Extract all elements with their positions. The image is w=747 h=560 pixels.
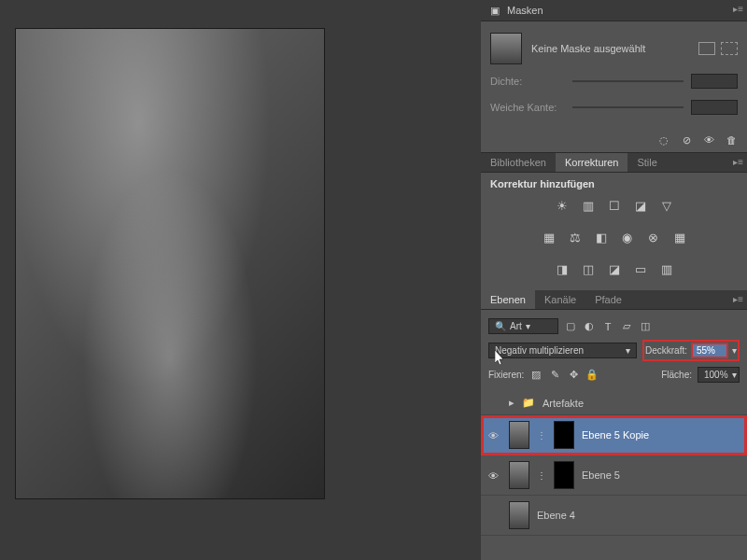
mask-panel-icon: ▣: [488, 4, 501, 17]
layer-thumbnail[interactable]: [509, 501, 529, 529]
disclosure-triangle-icon[interactable]: ▸: [509, 397, 514, 409]
cursor-icon: [495, 350, 506, 367]
lock-label: Fixieren:: [488, 370, 524, 380]
layer-ebene4[interactable]: Ebene 4: [481, 496, 747, 536]
lock-position-icon[interactable]: ✥: [567, 369, 580, 382]
search-icon: 🔍: [495, 321, 506, 331]
panel-menu-icon[interactable]: ▸≡: [733, 4, 743, 14]
chevron-down-icon: ▾: [526, 321, 530, 331]
vector-mask-icon[interactable]: [721, 42, 738, 55]
fill-input[interactable]: 100% ▾: [698, 367, 740, 383]
layer-name[interactable]: Ebene 5 Kopie: [582, 429, 649, 441]
filter-pixel-icon[interactable]: ▢: [564, 320, 577, 333]
levels-icon[interactable]: ▥: [579, 197, 598, 214]
lock-all-icon[interactable]: 🔒: [585, 369, 599, 382]
masks-panel-header: ▣ Masken ▸≡: [481, 0, 747, 21]
invert-icon[interactable]: ◨: [553, 260, 571, 277]
filter-shape-icon[interactable]: ▱: [620, 320, 633, 333]
tab-layers[interactable]: Ebenen: [481, 290, 535, 309]
delete-mask-icon[interactable]: 🗑: [725, 133, 738, 147]
masks-title: Masken: [507, 5, 543, 16]
lock-transparency-icon[interactable]: ▨: [529, 369, 543, 382]
blend-mode-dropdown[interactable]: Negativ multiplizieren ▾: [488, 343, 637, 358]
tab-libraries[interactable]: Bibliotheken: [481, 153, 556, 172]
curves-icon[interactable]: ☐: [605, 197, 624, 214]
bottom-tab-row: Ebenen Kanäle Pfade ▸≡: [481, 290, 747, 310]
masks-footer-icons: ◌ ⊘ 👁 🗑: [481, 128, 747, 153]
color-lookup-icon[interactable]: ▦: [670, 229, 689, 245]
density-label: Dichte:: [490, 76, 565, 87]
bw-icon[interactable]: ◧: [592, 229, 611, 245]
exposure-icon[interactable]: ◪: [631, 197, 650, 214]
panel-menu-icon[interactable]: ▸≡: [733, 157, 743, 167]
layer-thumbnail[interactable]: [509, 421, 529, 449]
tab-adjustments[interactable]: Korrekturen: [556, 153, 627, 172]
layer-name[interactable]: Ebene 4: [537, 510, 575, 521]
add-adjustment-label: Korrektur hinzufügen: [490, 178, 738, 189]
density-value[interactable]: [691, 74, 738, 89]
balance-icon[interactable]: ⚖: [566, 229, 585, 245]
mask-thumbnail[interactable]: [554, 461, 574, 489]
visibility-eye-icon[interactable]: 👁: [488, 430, 501, 440]
document-image[interactable]: [15, 28, 325, 499]
pixel-mask-icon[interactable]: [698, 42, 715, 55]
layer-group-artefakte[interactable]: ▸ 📁 Artefakte: [481, 391, 747, 415]
panels-sidebar: ▣ Masken ▸≡ Keine Maske ausgewählt Dicht…: [481, 0, 747, 560]
filter-adjustment-icon[interactable]: ◐: [583, 320, 596, 333]
filter-type-dropdown[interactable]: 🔍 Art ▾: [488, 318, 558, 334]
layers-list: ▸ 📁 Artefakte 👁 ⋮ Ebene 5 Kopie 👁 ⋮ Eben…: [481, 391, 747, 560]
layer-ebene5-kopie[interactable]: 👁 ⋮ Ebene 5 Kopie: [481, 415, 747, 455]
chevron-down-icon: ▾: [626, 345, 630, 356]
density-slider[interactable]: [572, 80, 684, 82]
feather-label: Weiche Kante:: [490, 102, 565, 113]
feather-value[interactable]: [691, 100, 738, 115]
feather-slider[interactable]: [572, 106, 684, 108]
fill-label: Fläche:: [661, 370, 692, 380]
layer-controls: 🔍 Art ▾ ▢ ◐ T ▱ ◫ Negativ multiplizieren…: [481, 310, 747, 391]
filter-smart-icon[interactable]: ◫: [639, 320, 652, 333]
masks-panel-body: Keine Maske ausgewählt Dichte: Weiche Ka…: [481, 21, 747, 128]
selective-color-icon[interactable]: ▥: [657, 260, 676, 277]
opacity-label: Deckkraft:: [645, 345, 687, 356]
tab-paths[interactable]: Pfade: [585, 290, 631, 309]
mask-thumbnail[interactable]: [554, 421, 574, 449]
lock-pixels-icon[interactable]: ✎: [548, 369, 561, 382]
invert-mask-icon[interactable]: ⊘: [680, 133, 693, 147]
hue-icon[interactable]: ▦: [540, 229, 558, 245]
folder-icon: 📁: [522, 397, 535, 409]
mask-visibility-icon[interactable]: 👁: [702, 133, 715, 147]
layer-name[interactable]: Ebene 5: [582, 469, 620, 481]
opacity-input[interactable]: 55%: [691, 343, 728, 358]
tab-channels[interactable]: Kanäle: [535, 290, 585, 309]
fill-value: 100%: [704, 370, 728, 380]
gradient-map-icon[interactable]: ▭: [631, 260, 650, 277]
link-icon[interactable]: ⋮: [537, 430, 546, 441]
visibility-eye-icon[interactable]: 👁: [488, 470, 501, 480]
threshold-icon[interactable]: ◪: [605, 260, 624, 277]
adjustments-panel: Korrektur hinzufügen ☀ ▥ ☐ ◪ ▽ ▦ ⚖ ◧ ◉ ⊗…: [481, 173, 747, 290]
filter-type-label: Art: [510, 321, 522, 331]
chevron-down-icon: ▾: [732, 370, 737, 380]
chevron-down-icon[interactable]: ▾: [732, 345, 737, 356]
layer-thumbnail[interactable]: [509, 461, 529, 489]
mask-status-text: Keine Maske ausgewählt: [531, 43, 645, 54]
link-icon[interactable]: ⋮: [537, 470, 546, 481]
layer-ebene5[interactable]: 👁 ⋮ Ebene 5: [481, 455, 747, 496]
tab-styles[interactable]: Stile: [627, 153, 666, 172]
photo-filter-icon[interactable]: ◉: [618, 229, 637, 245]
posterize-icon[interactable]: ◫: [579, 260, 598, 277]
filter-type-icon[interactable]: T: [601, 320, 614, 333]
canvas-area[interactable]: [0, 0, 481, 560]
mid-tab-row: Bibliotheken Korrekturen Stile ▸≡: [481, 153, 747, 173]
blend-mode-label: Negativ multiplizieren: [495, 345, 584, 356]
mask-thumbnail[interactable]: [490, 33, 522, 64]
layer-name[interactable]: Artefakte: [543, 398, 584, 409]
vibrance-icon[interactable]: ▽: [657, 197, 676, 214]
brightness-icon[interactable]: ☀: [553, 197, 571, 214]
panel-menu-icon[interactable]: ▸≡: [733, 294, 743, 304]
mask-from-selection-icon[interactable]: ◌: [657, 133, 670, 147]
channel-mixer-icon[interactable]: ⊗: [644, 229, 663, 245]
